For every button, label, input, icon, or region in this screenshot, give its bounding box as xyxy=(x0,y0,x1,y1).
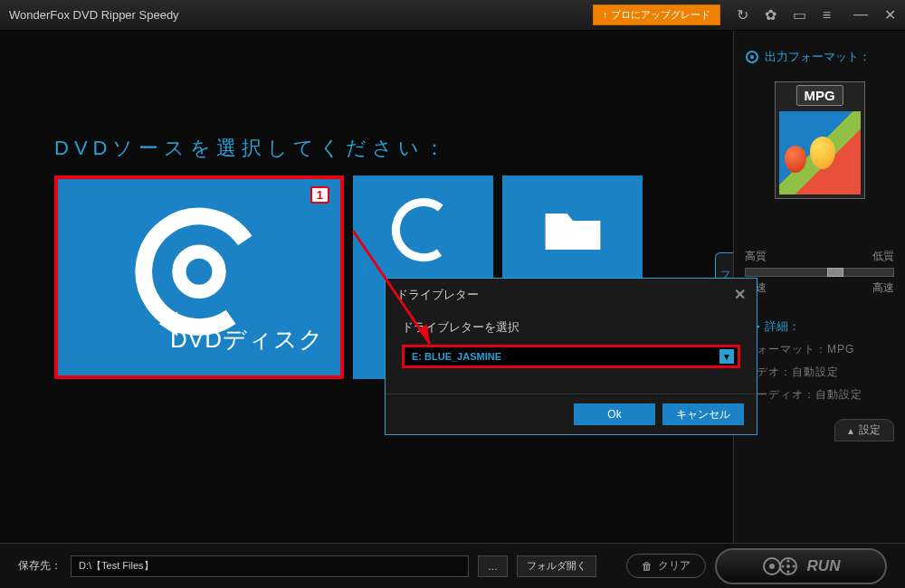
detail-video: ビデオ：自動設定 xyxy=(745,365,894,380)
trash-icon: 🗑 xyxy=(642,560,653,573)
slider-section: 高質 低質 低速 高速 xyxy=(745,249,894,296)
dvd-disc-tile[interactable]: 1 DVDディスク xyxy=(54,175,344,379)
dialog-titlebar: ドライブレター ✕ xyxy=(386,279,757,310)
titlebar-icon-group: ↻ ✿ ▭ ≡ xyxy=(737,6,831,24)
run-button[interactable]: RUN xyxy=(715,548,887,584)
menu-icon[interactable]: ≡ xyxy=(823,7,831,24)
details-heading-text: 詳細： xyxy=(765,318,800,335)
close-icon[interactable]: ✕ xyxy=(884,6,896,24)
quality-high-label: 高質 xyxy=(745,249,767,264)
quality-labels: 高質 低質 xyxy=(745,249,894,264)
settings-button[interactable]: ▴ 設定 xyxy=(834,419,894,441)
chevron-down-icon: ▼ xyxy=(719,349,734,364)
reel-icon xyxy=(762,556,798,576)
folder-icon xyxy=(537,192,609,264)
dvd-disc-label: DVDディスク xyxy=(170,324,324,356)
settings-icon[interactable]: ✿ xyxy=(765,6,776,24)
drive-letter-value: E: BLUE_JASMINE xyxy=(412,351,719,362)
quality-slider[interactable] xyxy=(745,268,894,277)
svg-point-12 xyxy=(786,564,790,568)
dialog-body: ドライブレターを選択 E: BLUE_JASMINE ▼ xyxy=(386,310,757,394)
window-controls: — ✕ xyxy=(853,6,896,24)
clear-button[interactable]: 🗑 クリア xyxy=(626,554,706,578)
format-code-label: MPG xyxy=(795,85,843,106)
output-format-heading: 出力フォーマット： xyxy=(745,49,894,65)
cancel-button[interactable]: キャンセル xyxy=(662,403,744,425)
upgrade-button[interactable]: ↑ プロにアップグレード xyxy=(593,5,720,25)
format-thumbnail[interactable]: MPG xyxy=(775,81,865,199)
settings-button-label: 設定 xyxy=(859,422,881,438)
source-heading: DVDソースを選択してください： xyxy=(54,135,679,162)
output-path-text: D:\【Test Files】 xyxy=(79,559,154,573)
drive-letter-select[interactable]: E: BLUE_JASMINE ▼ xyxy=(402,345,740,368)
dialog-title-text: ドライブレター xyxy=(396,287,479,303)
clear-button-label: クリア xyxy=(658,558,691,574)
svg-point-7 xyxy=(750,55,754,59)
footer: 保存先： D:\【Test Files】 … フォルダ開く 🗑 クリア RUN xyxy=(0,543,905,588)
ok-button[interactable]: Ok xyxy=(574,403,655,425)
details-heading: 詳細： xyxy=(745,318,894,335)
open-folder-button[interactable]: フォルダ開く xyxy=(517,555,596,577)
svg-point-15 xyxy=(781,564,784,567)
dialog-body-label: ドライブレターを選択 xyxy=(402,319,740,336)
svg-point-10 xyxy=(769,564,775,569)
format-gear-icon xyxy=(745,50,759,64)
svg-point-14 xyxy=(786,570,789,573)
speed-labels: 低速 高速 xyxy=(745,280,894,296)
refresh-icon[interactable]: ↻ xyxy=(737,6,748,24)
iso-icon xyxy=(383,189,464,270)
svg-point-1 xyxy=(179,251,219,291)
run-button-label: RUN xyxy=(807,557,841,575)
detail-format: フォーマット：MPG xyxy=(745,342,894,357)
browse-button[interactable]: … xyxy=(478,555,508,577)
detail-audio: オーディオ：自動設定 xyxy=(745,387,894,403)
save-to-label: 保存先： xyxy=(18,558,62,574)
svg-point-16 xyxy=(792,564,795,567)
subtitle-icon[interactable]: ▭ xyxy=(793,6,806,24)
speed-high-label: 高速 xyxy=(872,280,894,296)
output-path-field[interactable]: D:\【Test Files】 xyxy=(71,555,469,577)
output-format-text: 出力フォーマット： xyxy=(765,49,871,65)
dialog-close-icon[interactable]: ✕ xyxy=(734,286,746,303)
quality-low-label: 低質 xyxy=(872,249,894,264)
titlebar: WonderFox DVD Ripper Speedy ↑ プロにアップグレード… xyxy=(0,0,905,31)
app-title: WonderFox DVD Ripper Speedy xyxy=(9,8,593,22)
minimize-icon[interactable]: — xyxy=(853,6,868,24)
step-badge: 1 xyxy=(310,186,329,204)
svg-point-13 xyxy=(786,559,789,562)
quality-slider-thumb[interactable] xyxy=(827,268,843,277)
chevron-up-icon: ▴ xyxy=(848,424,853,437)
dialog-footer: Ok キャンセル xyxy=(386,394,757,434)
sidebar: 出力フォーマット： MPG 高質 低質 低速 高速 詳細： フォーマット：MPG… xyxy=(733,31,905,543)
format-art xyxy=(779,111,861,194)
drive-letter-dialog: ドライブレター ✕ ドライブレターを選択 E: BLUE_JASMINE ▼ O… xyxy=(385,278,757,435)
svg-point-3 xyxy=(385,191,462,268)
